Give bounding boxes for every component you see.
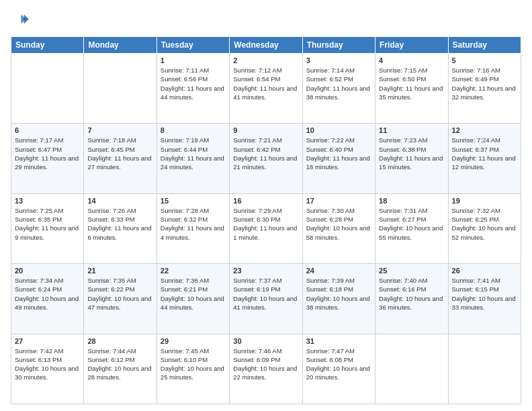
calendar-cell: 24Sunrise: 7:39 AM Sunset: 6:18 PM Dayli… (302, 264, 375, 334)
day-info: Sunrise: 7:15 AM Sunset: 6:50 PM Dayligh… (379, 66, 444, 101)
calendar-week-row: 20Sunrise: 7:34 AM Sunset: 6:24 PM Dayli… (11, 264, 521, 334)
calendar-cell (448, 334, 521, 404)
day-info: Sunrise: 7:35 AM Sunset: 6:22 PM Dayligh… (87, 276, 152, 312)
calendar-day-header: Friday (375, 37, 448, 54)
day-number: 14 (87, 197, 152, 205)
calendar-cell: 9Sunrise: 7:21 AM Sunset: 6:42 PM Daylig… (230, 124, 302, 193)
day-info: Sunrise: 7:34 AM Sunset: 6:24 PM Dayligh… (15, 276, 80, 312)
page-container: SundayMondayTuesdayWednesdayThursdayFrid… (0, 0, 532, 411)
day-info: Sunrise: 7:30 AM Sunset: 6:28 PM Dayligh… (306, 206, 371, 242)
calendar-cell: 26Sunrise: 7:41 AM Sunset: 6:15 PM Dayli… (448, 264, 521, 334)
calendar-cell: 2Sunrise: 7:12 AM Sunset: 6:54 PM Daylig… (230, 54, 302, 124)
day-number: 9 (233, 126, 298, 134)
calendar-cell: 27Sunrise: 7:42 AM Sunset: 6:13 PM Dayli… (11, 334, 84, 404)
day-number: 23 (233, 267, 298, 275)
calendar-day-header: Wednesday (230, 37, 302, 54)
calendar-cell: 21Sunrise: 7:35 AM Sunset: 6:22 PM Dayli… (84, 264, 157, 334)
calendar-cell: 1Sunrise: 7:11 AM Sunset: 6:56 PM Daylig… (157, 54, 229, 124)
day-number: 1 (161, 56, 226, 64)
day-number: 15 (161, 197, 226, 205)
calendar-cell: 14Sunrise: 7:26 AM Sunset: 6:33 PM Dayli… (84, 193, 157, 263)
day-info: Sunrise: 7:16 AM Sunset: 6:49 PM Dayligh… (452, 66, 517, 101)
day-info: Sunrise: 7:24 AM Sunset: 6:37 PM Dayligh… (452, 136, 517, 171)
day-number: 27 (15, 337, 80, 345)
calendar-cell: 12Sunrise: 7:24 AM Sunset: 6:37 PM Dayli… (448, 124, 521, 193)
calendar-cell (11, 54, 84, 124)
day-number: 2 (233, 56, 298, 64)
day-number: 31 (306, 337, 371, 345)
calendar-cell: 30Sunrise: 7:46 AM Sunset: 6:09 PM Dayli… (230, 334, 302, 404)
day-info: Sunrise: 7:42 AM Sunset: 6:13 PM Dayligh… (15, 347, 80, 382)
logo (11, 11, 32, 30)
calendar-week-row: 27Sunrise: 7:42 AM Sunset: 6:13 PM Dayli… (11, 334, 521, 404)
day-number: 4 (379, 56, 444, 64)
day-info: Sunrise: 7:22 AM Sunset: 6:40 PM Dayligh… (306, 136, 371, 171)
day-number: 17 (306, 197, 371, 205)
calendar-header-row: SundayMondayTuesdayWednesdayThursdayFrid… (11, 37, 521, 54)
calendar-day-header: Monday (84, 37, 157, 54)
day-number: 24 (306, 267, 371, 275)
day-number: 3 (306, 56, 371, 64)
calendar-cell: 11Sunrise: 7:23 AM Sunset: 6:38 PM Dayli… (375, 124, 448, 193)
day-number: 11 (379, 126, 444, 134)
day-info: Sunrise: 7:29 AM Sunset: 6:30 PM Dayligh… (233, 206, 298, 242)
day-info: Sunrise: 7:36 AM Sunset: 6:21 PM Dayligh… (161, 276, 226, 312)
day-info: Sunrise: 7:21 AM Sunset: 6:42 PM Dayligh… (233, 136, 298, 171)
day-number: 16 (233, 197, 298, 205)
page-header (11, 11, 521, 30)
day-info: Sunrise: 7:37 AM Sunset: 6:19 PM Dayligh… (233, 276, 298, 312)
calendar-cell: 17Sunrise: 7:30 AM Sunset: 6:28 PM Dayli… (302, 193, 375, 263)
calendar-cell: 10Sunrise: 7:22 AM Sunset: 6:40 PM Dayli… (302, 124, 375, 193)
day-number: 5 (452, 56, 517, 64)
calendar-cell: 5Sunrise: 7:16 AM Sunset: 6:49 PM Daylig… (448, 54, 521, 124)
calendar-day-header: Saturday (448, 37, 521, 54)
calendar-cell (84, 54, 157, 124)
calendar-week-row: 13Sunrise: 7:25 AM Sunset: 6:35 PM Dayli… (11, 193, 521, 263)
calendar-cell: 20Sunrise: 7:34 AM Sunset: 6:24 PM Dayli… (11, 264, 84, 334)
day-info: Sunrise: 7:32 AM Sunset: 6:25 PM Dayligh… (452, 206, 517, 242)
day-info: Sunrise: 7:45 AM Sunset: 6:10 PM Dayligh… (161, 347, 226, 382)
day-info: Sunrise: 7:41 AM Sunset: 6:15 PM Dayligh… (452, 276, 517, 312)
calendar-cell: 16Sunrise: 7:29 AM Sunset: 6:30 PM Dayli… (230, 193, 302, 263)
day-info: Sunrise: 7:19 AM Sunset: 6:44 PM Dayligh… (161, 136, 226, 171)
day-info: Sunrise: 7:12 AM Sunset: 6:54 PM Dayligh… (233, 66, 298, 101)
calendar-cell (375, 334, 448, 404)
calendar-cell: 15Sunrise: 7:28 AM Sunset: 6:32 PM Dayli… (157, 193, 229, 263)
day-info: Sunrise: 7:28 AM Sunset: 6:32 PM Dayligh… (161, 206, 226, 242)
calendar-cell: 28Sunrise: 7:44 AM Sunset: 6:12 PM Dayli… (84, 334, 157, 404)
calendar-cell: 18Sunrise: 7:31 AM Sunset: 6:27 PM Dayli… (375, 193, 448, 263)
day-number: 19 (452, 197, 517, 205)
calendar-cell: 19Sunrise: 7:32 AM Sunset: 6:25 PM Dayli… (448, 193, 521, 263)
day-info: Sunrise: 7:23 AM Sunset: 6:38 PM Dayligh… (379, 136, 444, 171)
calendar-day-header: Thursday (302, 37, 375, 54)
day-number: 8 (161, 126, 226, 134)
day-number: 10 (306, 126, 371, 134)
day-number: 13 (15, 197, 80, 205)
calendar-cell: 7Sunrise: 7:18 AM Sunset: 6:45 PM Daylig… (84, 124, 157, 193)
calendar-week-row: 6Sunrise: 7:17 AM Sunset: 6:47 PM Daylig… (11, 124, 521, 193)
day-number: 22 (161, 267, 226, 275)
day-info: Sunrise: 7:11 AM Sunset: 6:56 PM Dayligh… (161, 66, 226, 101)
calendar-cell: 31Sunrise: 7:47 AM Sunset: 6:08 PM Dayli… (302, 334, 375, 404)
day-info: Sunrise: 7:39 AM Sunset: 6:18 PM Dayligh… (306, 276, 371, 312)
day-number: 6 (15, 126, 80, 134)
calendar-cell: 22Sunrise: 7:36 AM Sunset: 6:21 PM Dayli… (157, 264, 229, 334)
day-info: Sunrise: 7:44 AM Sunset: 6:12 PM Dayligh… (87, 347, 152, 382)
calendar-cell: 4Sunrise: 7:15 AM Sunset: 6:50 PM Daylig… (375, 54, 448, 124)
day-info: Sunrise: 7:18 AM Sunset: 6:45 PM Dayligh… (87, 136, 152, 171)
day-info: Sunrise: 7:40 AM Sunset: 6:16 PM Dayligh… (379, 276, 444, 312)
day-number: 20 (15, 267, 80, 275)
day-info: Sunrise: 7:14 AM Sunset: 6:52 PM Dayligh… (306, 66, 371, 101)
day-info: Sunrise: 7:17 AM Sunset: 6:47 PM Dayligh… (15, 136, 80, 171)
logo-icon (11, 11, 30, 30)
day-info: Sunrise: 7:47 AM Sunset: 6:08 PM Dayligh… (306, 347, 371, 382)
calendar-cell: 23Sunrise: 7:37 AM Sunset: 6:19 PM Dayli… (230, 264, 302, 334)
calendar-cell: 6Sunrise: 7:17 AM Sunset: 6:47 PM Daylig… (11, 124, 84, 193)
day-number: 7 (87, 126, 152, 134)
day-number: 29 (161, 337, 226, 345)
calendar-day-header: Sunday (11, 37, 84, 54)
calendar-table: SundayMondayTuesdayWednesdayThursdayFrid… (11, 36, 521, 404)
day-number: 21 (87, 267, 152, 275)
calendar-cell: 29Sunrise: 7:45 AM Sunset: 6:10 PM Dayli… (157, 334, 229, 404)
day-number: 25 (379, 267, 444, 275)
